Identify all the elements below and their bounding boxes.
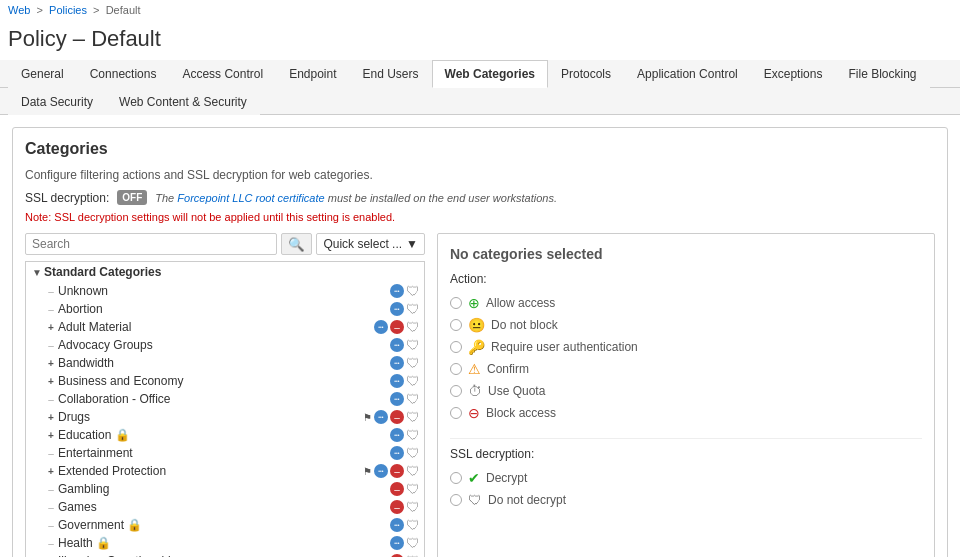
item-icons: –🛡 [390,500,420,514]
tree-item[interactable]: –Collaboration - Office•••🛡 [26,390,424,408]
gray-icon: 🛡 [406,410,420,424]
forcepoint-link[interactable]: Forcepoint LLC root certificate [177,192,324,204]
blue-icon: ••• [390,518,404,532]
item-label: Unknown [58,284,386,298]
tab-file-blocking[interactable]: File Blocking [835,60,929,88]
tab-connections[interactable]: Connections [77,60,170,88]
tree-item[interactable]: +Business and Economy•••🛡 [26,372,424,390]
radio-block[interactable] [450,407,462,419]
red-icon: – [390,500,404,514]
radio-allow[interactable] [450,297,462,309]
tree-item[interactable]: –Health 🔒•••🛡 [26,534,424,552]
use-quota-icon: ⏱ [468,383,482,399]
action-section: Action: ⊕ Allow access 😐 Do not block 🔑 [450,272,922,424]
gray-icon: 🛡 [406,302,420,316]
ssl-decrypt-option[interactable]: ✔ Decrypt [450,467,922,489]
item-label: Bandwidth [58,356,386,370]
confirm-label: Confirm [487,362,529,376]
action-donotblock[interactable]: 😐 Do not block [450,314,922,336]
flag-icon: ⚑ [363,466,372,477]
decrypt-label: Decrypt [486,471,527,485]
expand-icon: + [44,430,58,441]
radio-decrypt[interactable] [450,472,462,484]
item-label: Advocacy Groups [58,338,386,352]
breadcrumb-policies[interactable]: Policies [49,4,87,16]
ssl-decryption-row: SSL decryption: OFF The Forcepoint LLC r… [25,190,935,205]
blue-icon: ••• [374,410,388,424]
tab-application-control[interactable]: Application Control [624,60,751,88]
tree-item[interactable]: –Gambling–🛡 [26,480,424,498]
tab-endpoint[interactable]: Endpoint [276,60,349,88]
quick-select-dropdown[interactable]: Quick select ... ▼ [316,233,425,255]
tab-end-users[interactable]: End Users [350,60,432,88]
tab-exceptions[interactable]: Exceptions [751,60,836,88]
tree-item[interactable]: –Abortion•••🛡 [26,300,424,318]
action-label: Action: [450,272,922,286]
search-input[interactable] [25,233,277,255]
action-use-quota[interactable]: ⏱ Use Quota [450,380,922,402]
tab-protocols[interactable]: Protocols [548,60,624,88]
action-block[interactable]: ⊖ Block access [450,402,922,424]
tab-web-content-&-security[interactable]: Web Content & Security [106,88,260,115]
page-title: Policy – Default [0,20,960,60]
breadcrumb-web[interactable]: Web [8,4,30,16]
ssl-note: The Forcepoint LLC root certificate must… [155,192,557,204]
tab-access-control[interactable]: Access Control [169,60,276,88]
item-icons: •••🛡 [390,338,420,352]
tree-item[interactable]: –Government 🔒•••🛡 [26,516,424,534]
red-icon: – [390,464,404,478]
donotblock-icon: 😐 [468,317,485,333]
ssl-nodecrypt-option[interactable]: 🛡 Do not decrypt [450,489,922,511]
use-quota-label: Use Quota [488,384,545,398]
gray-icon: 🛡 [406,446,420,460]
item-icons: •••🛡 [390,392,420,406]
tab-data-security[interactable]: Data Security [8,88,106,115]
action-require-auth[interactable]: 🔑 Require user authentication [450,336,922,358]
expand-icon: + [44,466,58,477]
tree-item[interactable]: +Drugs⚑•••–🛡 [26,408,424,426]
tree-item[interactable]: +Extended Protection⚑•••–🛡 [26,462,424,480]
tree-root-item[interactable]: ▼Standard Categories [26,262,424,282]
tab-web-categories[interactable]: Web Categories [432,60,548,88]
action-allow[interactable]: ⊕ Allow access [450,292,922,314]
gray-icon: 🛡 [406,356,420,370]
tree-item[interactable]: –Games–🛡 [26,498,424,516]
blue-icon: ••• [390,446,404,460]
red-icon: – [390,320,404,334]
tree-item[interactable]: –Advocacy Groups•••🛡 [26,336,424,354]
search-button[interactable]: 🔍 [281,233,312,255]
blue-icon: ••• [390,392,404,406]
radio-require-auth[interactable] [450,341,462,353]
gray-icon: 🛡 [406,464,420,478]
item-label: Collaboration - Office [58,392,386,406]
tree-item[interactable]: +Bandwidth•••🛡 [26,354,424,372]
tree-item[interactable]: –Unknown•••🛡 [26,282,424,300]
radio-use-quota[interactable] [450,385,462,397]
expand-icon: + [44,358,58,369]
expand-icon: – [44,484,58,495]
radio-donotblock[interactable] [450,319,462,331]
ssl-toggle-off[interactable]: OFF [117,190,147,205]
quick-select-label: Quick select ... [323,237,402,251]
root-label: Standard Categories [44,265,420,279]
blue-icon: ••• [390,302,404,316]
tab-general[interactable]: General [8,60,77,88]
tree-item[interactable]: –Entertainment•••🛡 [26,444,424,462]
item-icons: •••🛡 [390,518,420,532]
root-expand-icon: ▼ [30,267,44,278]
tree-item[interactable]: +Education 🔒•••🛡 [26,426,424,444]
item-label: Gambling [58,482,386,496]
blue-icon: ••• [390,338,404,352]
radio-nodecrypt[interactable] [450,494,462,506]
item-icons: ⚑•••–🛡 [363,410,420,424]
radio-confirm[interactable] [450,363,462,375]
tree-item[interactable]: +Adult Material•••–🛡 [26,318,424,336]
item-icons: •••🛡 [390,536,420,550]
gray-icon: 🛡 [406,482,420,496]
item-label: Drugs [58,410,359,424]
gray-icon: 🛡 [406,428,420,442]
item-label: Extended Protection [58,464,359,478]
content-area: Categories Configure filtering actions a… [0,115,960,557]
action-confirm[interactable]: ⚠ Confirm [450,358,922,380]
tree-item[interactable]: –Illegal or Questionable–🛡 [26,552,424,557]
